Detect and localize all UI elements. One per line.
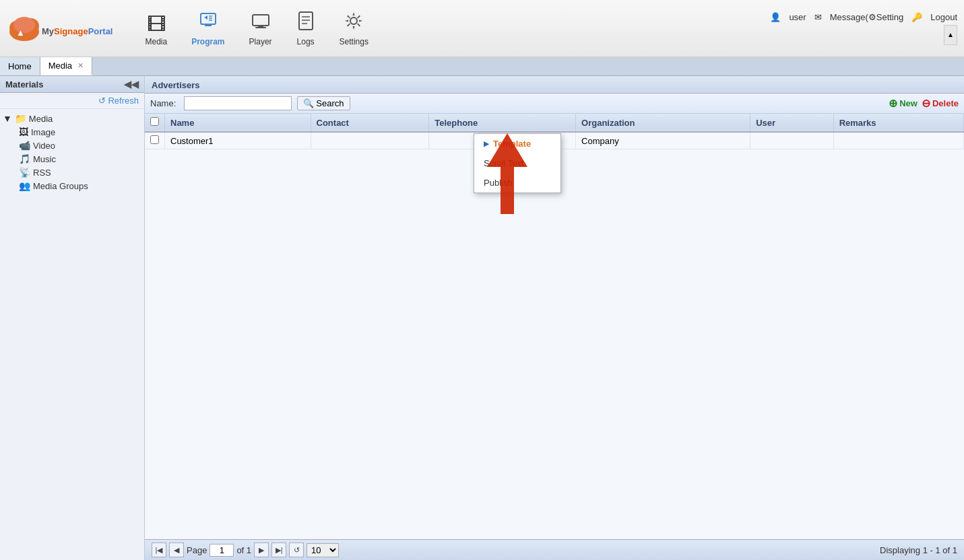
- svg-rect-5: [201, 13, 216, 24]
- player-icon: [251, 11, 271, 36]
- logo-icon: ▲: [7, 14, 42, 42]
- tree-item-music[interactable]: 🎵 Music: [13, 152, 144, 166]
- publish-label: Publish: [484, 178, 513, 188]
- tab-home[interactable]: Home: [0, 57, 40, 75]
- main-layout: Materials ◀◀ ↺ Refresh ▼ 📁 Media 🖼 Image: [0, 76, 964, 560]
- tree-rss-label: RSS: [33, 168, 51, 178]
- search-input[interactable]: [184, 96, 292, 110]
- template-label: Template: [493, 139, 531, 149]
- page-size-select[interactable]: 10 20 50 100: [307, 543, 339, 557]
- user-icon: 👤: [770, 12, 781, 22]
- nav-label-program: Program: [191, 37, 224, 46]
- settings-icon: [344, 11, 364, 36]
- nav-label-logs: Logs: [297, 37, 315, 46]
- nav-item-media[interactable]: 🎞 Media: [139, 11, 172, 49]
- row-user: [750, 132, 833, 149]
- tree-item-video[interactable]: 📹 Video: [13, 139, 144, 152]
- row-organization: Company: [576, 132, 750, 149]
- col-header-name: Name: [165, 114, 311, 132]
- tree-media-label: Media: [29, 114, 53, 124]
- dropdown-item-scroll-text[interactable]: Scroll Text: [474, 153, 560, 173]
- sidebar-collapse-button[interactable]: ◀◀: [124, 79, 139, 90]
- logo-text: MySignagePortal: [42, 18, 113, 39]
- col-header-check: [145, 114, 165, 132]
- col-header-contact: Contact: [311, 114, 429, 132]
- nav-label-settings: Settings: [340, 37, 368, 46]
- prev-page-button[interactable]: ◀: [169, 542, 184, 557]
- nav-label-media: Media: [145, 37, 167, 46]
- page-of-label: of 1: [236, 545, 251, 555]
- nav-icons: 🎞 Media Program: [139, 8, 373, 49]
- dropdown-item-publish[interactable]: Publish: [474, 173, 560, 193]
- program-dropdown-menu: ▶ Template Scroll Text Publish: [474, 133, 561, 193]
- logout-link[interactable]: Logout: [930, 12, 957, 22]
- dropdown-item-template[interactable]: ▶ Template: [474, 134, 560, 153]
- top-right-bar: 👤 user ✉ Message(⚙Setting 🔑 Logout: [770, 12, 957, 22]
- tab-media-close[interactable]: ✕: [77, 61, 84, 70]
- message-link[interactable]: Message(⚙Setting: [830, 12, 904, 22]
- tab-home-label: Home: [8, 61, 32, 71]
- svg-rect-13: [255, 27, 266, 28]
- first-page-button[interactable]: |◀: [152, 542, 166, 557]
- program-icon: [198, 11, 218, 36]
- sidebar-refresh-area: ↺ Refresh: [0, 93, 144, 109]
- tree-media-groups-label: Media Groups: [33, 181, 88, 191]
- page-number-input[interactable]: [210, 544, 234, 557]
- tree-children: 🖼 Image 📹 Video 🎵 Music 📡 RSS 👥 M: [0, 125, 144, 193]
- sidebar-header: Materials ◀◀: [0, 76, 144, 93]
- scroll-up-button[interactable]: ▲: [944, 25, 957, 45]
- last-page-button[interactable]: ▶|: [271, 542, 286, 557]
- new-button[interactable]: ⊕ New: [889, 97, 918, 110]
- svg-text:▲: ▲: [16, 28, 25, 38]
- content-area: Advertisers Name: 🔍 Search ⊕ New ⊖ Delet…: [145, 76, 964, 560]
- tree-video-label: Video: [33, 141, 55, 151]
- name-label: Name:: [150, 98, 176, 108]
- svg-rect-14: [299, 12, 313, 30]
- search-button[interactable]: 🔍 Search: [297, 96, 350, 110]
- col-header-organization: Organization: [576, 114, 750, 132]
- tree-item-rss[interactable]: 📡 RSS: [13, 166, 144, 179]
- pagination: |◀ ◀ Page of 1 ▶ ▶| ↺ 10 20 50 100 Displ…: [145, 539, 964, 560]
- tree-expand-icon: ▼: [3, 113, 12, 124]
- row-name: Customer1: [165, 132, 311, 149]
- tab-media-label: Media: [49, 61, 72, 71]
- tree-item-media-groups[interactable]: 👥 Media Groups: [13, 179, 144, 193]
- toolbar-right: ⊕ New ⊖ Delete: [889, 97, 959, 110]
- sidebar: Materials ◀◀ ↺ Refresh ▼ 📁 Media 🖼 Image: [0, 76, 145, 560]
- image-icon: 🖼: [19, 127, 28, 137]
- tree-item-media[interactable]: ▼ 📁 Media: [0, 112, 144, 125]
- tab-bar: Home Media ✕: [0, 57, 964, 76]
- nav-label-player: Player: [249, 37, 272, 46]
- logo-area: ▲ MySignagePortal 🎞 Media: [7, 8, 374, 49]
- content-header: Advertisers: [145, 76, 964, 94]
- select-all-checkbox[interactable]: [150, 117, 159, 126]
- logo-portal: Portal: [88, 26, 113, 36]
- tree-image-label: Image: [31, 127, 55, 137]
- nav-item-player[interactable]: Player: [244, 8, 278, 49]
- row-checkbox[interactable]: [150, 135, 159, 144]
- row-check: [145, 132, 165, 149]
- top-bar: ▲ MySignagePortal 🎞 Media: [0, 0, 964, 57]
- delete-icon: ⊖: [922, 97, 930, 110]
- toolbar: Name: 🔍 Search ⊕ New ⊖ Delete: [145, 94, 964, 114]
- tab-media[interactable]: Media ✕: [40, 57, 92, 75]
- delete-button[interactable]: ⊖ Delete: [922, 97, 959, 110]
- music-icon: 🎵: [19, 153, 30, 164]
- nav-item-program[interactable]: Program: [186, 8, 230, 49]
- scroll-text-label: Scroll Text: [484, 158, 524, 168]
- tree-item-image[interactable]: 🖼 Image: [13, 125, 144, 139]
- tree-music-label: Music: [33, 154, 56, 164]
- rss-icon: 📡: [19, 167, 30, 178]
- nav-item-logs[interactable]: Logs: [291, 8, 321, 49]
- media-groups-icon: 👥: [19, 180, 30, 191]
- refresh-button[interactable]: ↺ Refresh: [98, 96, 139, 106]
- refresh-page-button[interactable]: ↺: [289, 542, 304, 557]
- row-remarks: [833, 132, 963, 149]
- template-arrow-icon: ▶: [484, 140, 489, 147]
- user-link[interactable]: user: [789, 12, 806, 22]
- video-icon: 📹: [19, 140, 30, 151]
- next-page-button[interactable]: ▶: [254, 542, 269, 557]
- logo-signage: Signage: [54, 26, 88, 36]
- row-contact: [311, 132, 429, 149]
- nav-item-settings[interactable]: Settings: [334, 8, 374, 49]
